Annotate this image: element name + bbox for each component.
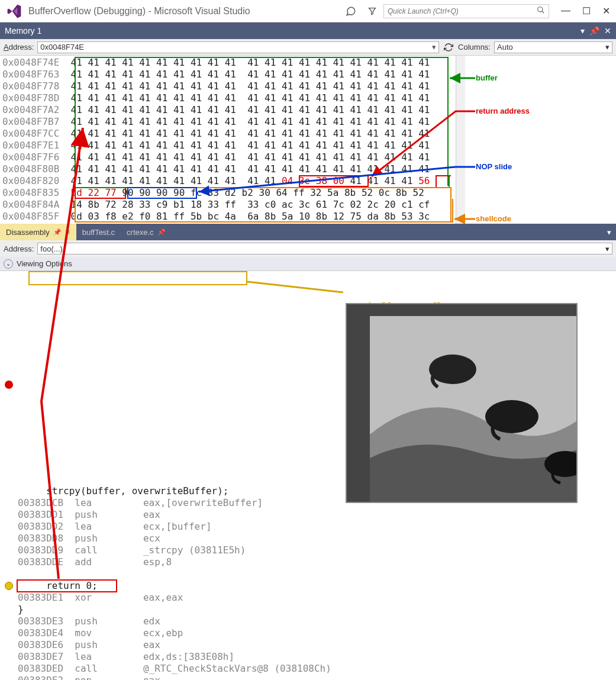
disasm-line: 00383DD8 push ecx (18, 533, 598, 544)
memory-row: 0x0048F778 41 41 41 41 41 41 41 41 41 41… (2, 80, 453, 92)
pin-icon[interactable]: 📌 (53, 228, 62, 236)
memory-view: 0x0048F74E 41 41 41 41 41 41 41 41 41 41… (0, 56, 616, 224)
svg-point-4 (429, 354, 476, 384)
annotation-shellcode: shellcode (476, 214, 511, 223)
window-title: BufferOverflow (Debugging) - Microsoft V… (28, 6, 250, 17)
memory-row: 0x0048F7A2 41 41 41 41 41 41 41 41 41 41… (2, 104, 453, 116)
disasm-line: return 0; (18, 580, 598, 592)
memory-row: 0x0048F763 41 41 41 41 41 41 41 41 41 41… (2, 69, 453, 80)
panel-close-icon[interactable]: ✕ (604, 26, 611, 36)
disasm-address-value: foo(...) (40, 244, 63, 253)
tab-disassembly[interactable]: Disassembly 📌 ✕ (0, 224, 76, 240)
memory-row: 0x0048F7F6 41 41 41 41 41 41 41 41 41 41… (2, 152, 453, 163)
dropdown-icon[interactable]: ▾ (605, 43, 609, 51)
columns-value: Auto (497, 43, 513, 51)
viewing-options-bar[interactable]: ⌄ Viewing Options (0, 257, 616, 271)
disasm-line: 00383DE7 lea edx,ds:[383E08h] (18, 651, 598, 663)
pin-icon[interactable]: 📌 (589, 26, 599, 36)
memory-row: 0x0048F7CC 41 41 41 41 41 41 41 41 41 41… (2, 128, 453, 140)
vs-logo-icon (6, 3, 22, 20)
quick-launch[interactable] (383, 4, 549, 18)
panel-dropdown-icon[interactable]: ▾ (580, 26, 585, 36)
annotation-buffer: buffer (476, 73, 498, 82)
pin-icon[interactable]: 📌 (157, 228, 166, 236)
maximize-button[interactable]: ☐ (582, 5, 591, 17)
tab-bufftest[interactable]: buffTest.c (76, 224, 121, 240)
disasm-line: 00383DE4 mov ecx,ebp (18, 627, 598, 639)
buffalo-image (346, 303, 578, 503)
memory-annotations: buffer return address NOP slide shellcod… (465, 56, 616, 224)
disasm-line: 00383DED call @_RTC_CheckStackVars@8 (03… (18, 663, 598, 675)
disasm-line: 00383DD1 push eax (18, 509, 598, 521)
memory-row: 0x0048F78D 41 41 41 41 41 41 41 41 41 41… (2, 92, 453, 104)
disasm-line (18, 568, 598, 580)
memory-hex-dump[interactable]: 0x0048F74E 41 41 41 41 41 41 41 41 41 41… (0, 56, 456, 224)
tab-overflow-dropdown[interactable]: ▾ (607, 228, 611, 237)
disasm-line: 00383DE3 push edx (18, 615, 598, 627)
title-bar: BufferOverflow (Debugging) - Microsoft V… (0, 0, 616, 22)
annotation-return-address: return address (476, 107, 530, 115)
disasm-line: 00383DE6 push eax (18, 639, 598, 651)
disassembly-address-bar: Address: foo(...) ▾ (0, 240, 616, 257)
memory-row: 0x0048F835 bd 22 77 90 90 90 90 fc 33 d2… (2, 187, 453, 199)
address-label: Address: (4, 43, 34, 51)
memory-panel-title: Memory 1 (5, 26, 41, 36)
quick-launch-input[interactable] (388, 7, 537, 15)
annotation-nop-slide: NOP slide (476, 162, 512, 171)
viewing-options-label: Viewing Options (17, 259, 72, 268)
memory-scrollbar[interactable] (456, 56, 465, 224)
disasm-line: 00383DDE add esp,8 (18, 556, 598, 568)
memory-row: 0x0048F85F 0d 03 f8 e2 f0 81 ff 5b bc 4a… (2, 211, 453, 223)
memory-address-bar: Address: 0x0048F74E ▾ Columns: Auto ▾ (0, 39, 616, 56)
disasm-address-input[interactable]: foo(...) ▾ (37, 243, 612, 254)
memory-row: 0x0048F74E 41 41 41 41 41 41 41 41 41 41… (2, 57, 453, 69)
close-icon[interactable]: ✕ (65, 228, 70, 236)
memory-row: 0x0048F7E1 41 41 41 41 41 41 41 41 41 41… (2, 140, 453, 152)
disasm-line: 00383DE1 xor eax,eax (18, 592, 598, 604)
disasm-address-label: Address: (4, 244, 34, 253)
memory-row: 0x0048F820 41 41 41 41 41 41 41 41 41 41… (2, 175, 453, 187)
memory-address-input[interactable]: 0x0048F74E ▾ (37, 41, 439, 53)
svg-point-0 (538, 7, 543, 12)
feedback-icon[interactable] (346, 6, 356, 17)
svg-line-7 (247, 282, 343, 292)
disassembly-view[interactable]: buffer overflow (BUFFALO OVERFLOW) strcp… (0, 271, 616, 680)
filter-icon[interactable] (367, 6, 378, 17)
memory-address-value: 0x0048F74E (40, 43, 84, 51)
search-icon[interactable] (537, 6, 545, 16)
current-line-icon[interactable] (5, 582, 13, 590)
columns-input[interactable]: Auto ▾ (494, 41, 612, 53)
disasm-line: 00383DD9 call _strcpy (03811E5h) (18, 544, 598, 556)
tab-crtexe[interactable]: crtexe.c 📌 (121, 224, 172, 240)
close-button[interactable]: ✕ (602, 5, 610, 17)
dropdown-icon[interactable]: ▾ (605, 244, 609, 253)
chevron-down-icon[interactable]: ⌄ (4, 259, 13, 269)
columns-label: Columns: (458, 43, 491, 51)
dropdown-icon[interactable]: ▾ (432, 43, 436, 51)
minimize-button[interactable]: — (561, 5, 570, 17)
memory-panel-header: Memory 1 ▾ 📌 ✕ (0, 22, 616, 39)
disasm-line: 00383DF2 pop eax (18, 675, 598, 680)
memory-row: 0x0048F80B 41 41 41 41 41 41 41 41 41 41… (2, 163, 453, 175)
disasm-line: 00383DD2 lea ecx,[buffer] (18, 521, 598, 533)
disasm-line: } (18, 604, 598, 615)
breakpoint-icon[interactable] (5, 381, 13, 389)
memory-row: 0x0048F7B7 41 41 41 41 41 41 41 41 41 41… (2, 116, 453, 128)
memory-row: 0x0048F84A 14 8b 72 28 33 c9 b1 18 33 ff… (2, 199, 453, 211)
document-tab-strip: Disassembly 📌 ✕ buffTest.c crtexe.c 📌 ▾ (0, 224, 616, 240)
refresh-button[interactable] (443, 41, 454, 53)
